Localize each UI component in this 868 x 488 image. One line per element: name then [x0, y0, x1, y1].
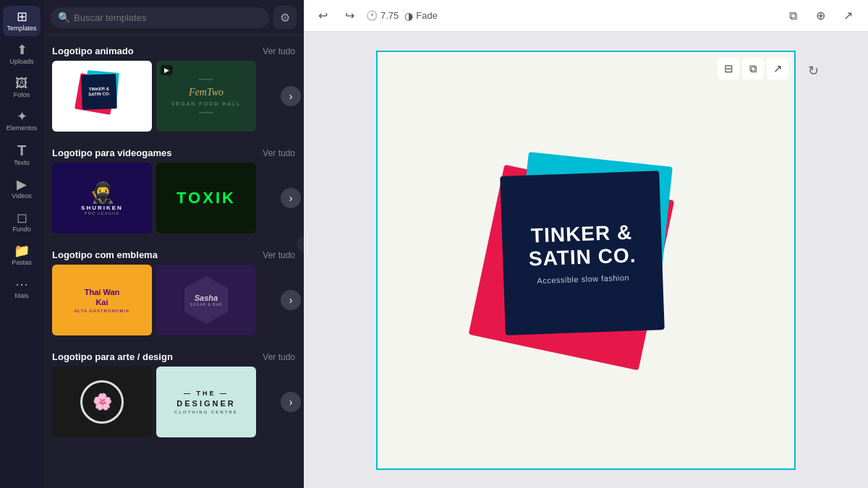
search-bar: 🔍 ⚙	[43, 0, 304, 35]
nav-item-uploads[interactable]: ⬆ Uploads	[3, 39, 41, 69]
designer-main: DESIGNER	[176, 399, 235, 408]
designer-sub: CLOTHING CENTRE	[174, 410, 237, 414]
frame-copy-button[interactable]: ⧉	[742, 58, 764, 80]
ver-tudo-videogame[interactable]: Ver tudo	[263, 148, 295, 158]
templates-panel: 🔍 ⚙ Logotipo animado Ver tudo TINK	[43, 0, 304, 488]
folders-icon: 📁	[14, 244, 30, 257]
section-header-videogame: Logotipo para videogames Ver tudo	[43, 143, 304, 163]
template-row-videogame: 🥷 SHURIKEN PRO LEAGUE TOXIK	[43, 163, 265, 234]
template-thumb-femtwo[interactable]: ▶ 〰〰 FemTwo VEGAN FOOD HALL 〰〰	[156, 61, 256, 132]
sasha-sub: SUGAR & BAR	[190, 302, 222, 307]
photos-icon: 🖼	[15, 77, 28, 90]
canvas-area: ↩ ↪ 🕐 7.75 ◑ Fade ⧉ ⊕ ↗ ⊟ ⧉ ↗	[304, 0, 868, 488]
canvas-workspace: ⊟ ⧉ ↗ TINKER &SATIN CO. Accessible slow …	[304, 32, 868, 488]
section-animated-logo: Logotipo animado Ver tudo TINKER &SATIN …	[43, 41, 304, 132]
femtwo-text: FemTwo	[189, 87, 224, 98]
tinker-dark-square: TINKER &SATIN CO.	[81, 74, 117, 110]
section-title-animated: Logotipo animado	[52, 46, 134, 56]
arrow-next-videogame[interactable]: ›	[281, 188, 301, 208]
section-title-art: Logotipo para arte / design	[52, 351, 173, 362]
section-header-animated: Logotipo animado Ver tudo	[43, 41, 304, 61]
layers-button[interactable]: ⧉	[781, 4, 804, 27]
left-nav: ⊞ Templates ⬆ Uploads 🖼 Fotos ✦ Elemento…	[0, 0, 43, 488]
templates-scroll: Logotipo animado Ver tudo TINKER &SATIN …	[43, 35, 304, 488]
thai-sub-text: ALTA GASTRONOMIA	[75, 309, 129, 313]
clock-icon: 🕐	[366, 10, 378, 21]
designer-the: — THE —	[184, 390, 229, 397]
template-thumb-shuriken[interactable]: 🥷 SHURIKEN PRO LEAGUE	[52, 163, 152, 234]
canvas-frame[interactable]: ⊟ ⧉ ↗ TINKER &SATIN CO. Accessible slow …	[376, 51, 796, 470]
duplicate-frame-button[interactable]: ⊕	[809, 4, 832, 27]
redo-button[interactable]: ↪	[339, 6, 360, 25]
search-input[interactable]	[51, 7, 269, 28]
tinker-dark-text: TINKER &SATIN CO.	[88, 86, 110, 97]
templates-icon: ⊞	[17, 10, 27, 23]
nav-item-folders[interactable]: 📁 Pastas	[3, 240, 41, 270]
sasha-name: Sasha	[195, 294, 218, 302]
shuriken-name: SHURIKEN	[81, 205, 123, 211]
background-icon: ◻	[17, 211, 27, 224]
ver-tudo-art[interactable]: Ver tudo	[263, 352, 295, 362]
logo-design[interactable]: TINKER &SATIN CO. Accessible slow fashio…	[463, 137, 709, 383]
shuriken-sub: PRO LEAGUE	[84, 211, 119, 215]
fade-control: ◑ Fade	[404, 10, 438, 22]
nav-item-templates[interactable]: ⊞ Templates	[3, 6, 41, 36]
filter-button[interactable]: ⚙	[273, 6, 297, 29]
canvas-refresh-button[interactable]: ↻	[801, 59, 825, 82]
template-thumb-flower[interactable]: 🌸	[52, 367, 152, 437]
template-thumb-thai[interactable]: Thai WanKai ALTA GASTRONOMIA	[52, 265, 152, 335]
share-button[interactable]: ↗	[836, 4, 859, 27]
template-row-wrap-emblem: Thai WanKai ALTA GASTRONOMIA Sasha SUGAR…	[43, 265, 304, 335]
elements-icon: ✦	[17, 110, 27, 123]
nav-item-text[interactable]: T Texto	[3, 139, 41, 171]
arrow-next-art[interactable]: ›	[281, 392, 301, 412]
videos-icon: ▶	[17, 178, 27, 191]
nav-item-videos[interactable]: ▶ Videos	[3, 174, 41, 204]
template-thumb-toxik[interactable]: TOXIK	[156, 163, 256, 234]
undo-button[interactable]: ↩	[312, 6, 333, 25]
arrow-next-animated[interactable]: ›	[281, 86, 301, 106]
section-emblem-logo: Logotipo com emblema Ver tudo Thai WanKa…	[43, 245, 304, 335]
template-row-wrap-animated: TINKER &SATIN CO. ▶ 〰〰 FemTwo VEGAN FOOD…	[43, 61, 304, 132]
frame-export-button[interactable]: ↗	[767, 58, 788, 80]
time-value: 7.75	[380, 10, 399, 21]
section-title-videogame: Logotipo para videogames	[52, 147, 171, 158]
video-badge-femtwo: ▶	[161, 65, 173, 75]
template-row-wrap-videogame: 🥷 SHURIKEN PRO LEAGUE TOXIK ›	[43, 163, 304, 234]
flower-circle: 🌸	[80, 380, 124, 424]
nav-item-photos[interactable]: 🖼 Fotos	[3, 72, 41, 103]
sasha-hex: Sasha SUGAR & BAR	[184, 276, 228, 324]
femtwo-sub: VEGAN FOOD HALL	[171, 101, 241, 106]
uploads-icon: ⬆	[17, 43, 27, 56]
arrow-next-emblem[interactable]: ›	[281, 290, 301, 310]
template-thumb-designer[interactable]: — THE — DESIGNER CLOTHING CENTRE	[156, 367, 256, 437]
frame-duplicate-button[interactable]: ⊟	[718, 58, 739, 80]
tinker-logo-inner: TINKER &SATIN CO.	[73, 67, 131, 125]
fade-label: Fade	[416, 10, 438, 21]
template-thumb-sasha[interactable]: Sasha SUGAR & BAR	[156, 265, 256, 335]
search-field-wrap: 🔍	[51, 7, 269, 28]
section-art-design-logo: Logotipo para arte / design Ver tudo 🌸 —…	[43, 347, 304, 437]
logo-title: TINKER &SATIN CO.	[527, 221, 637, 271]
template-thumb-tinker[interactable]: TINKER &SATIN CO.	[52, 61, 152, 132]
template-row-art: 🌸 — THE — DESIGNER CLOTHING CENTRE	[43, 367, 265, 437]
canvas-time: 🕐 7.75	[366, 10, 399, 21]
canvas-toolbar: ↩ ↪ 🕐 7.75 ◑ Fade ⧉ ⊕ ↗	[304, 0, 868, 32]
more-icon: ⋯	[15, 278, 28, 291]
ver-tudo-animated[interactable]: Ver tudo	[263, 46, 295, 56]
shuriken-char: 🥷	[90, 181, 115, 205]
template-row-emblem: Thai WanKai ALTA GASTRONOMIA Sasha SUGAR…	[43, 265, 265, 335]
toolbar-right: ⧉ ⊕ ↗	[781, 4, 859, 27]
nav-item-background[interactable]: ◻ Fundo	[3, 207, 41, 237]
section-header-art: Logotipo para arte / design Ver tudo	[43, 347, 304, 367]
nav-item-more[interactable]: ⋯ Mais	[3, 273, 41, 304]
template-row-animated: TINKER &SATIN CO. ▶ 〰〰 FemTwo VEGAN FOOD…	[43, 61, 265, 132]
frame-controls-top: ⊟ ⧉ ↗	[718, 58, 788, 80]
femtwo-deco-bottom: 〰〰	[199, 109, 213, 117]
nav-item-elements[interactable]: ✦ Elementos	[3, 106, 41, 136]
ver-tudo-emblem[interactable]: Ver tudo	[263, 250, 295, 260]
logo-subtitle: Accessible slow fashion	[537, 273, 629, 284]
text-icon: T	[17, 143, 26, 158]
section-title-emblem: Logotipo com emblema	[52, 249, 158, 260]
femtwo-deco-top: 〰〰	[199, 76, 213, 84]
